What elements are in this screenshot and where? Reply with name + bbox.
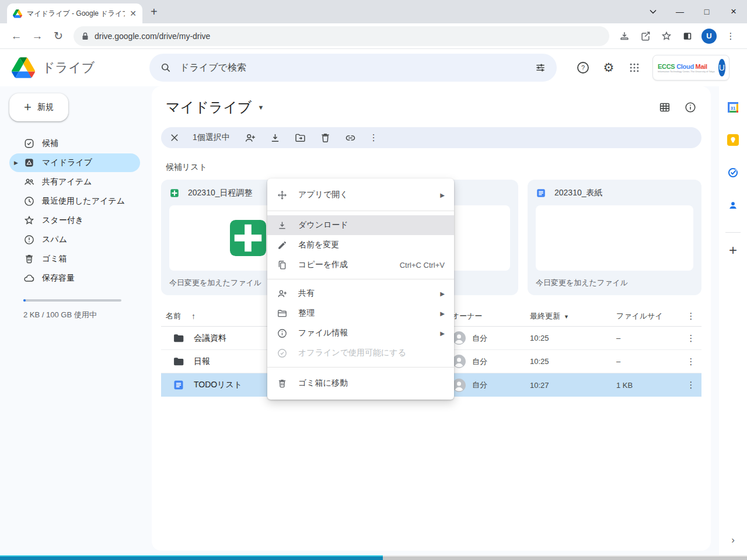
get-addons-icon[interactable]: + xyxy=(729,244,737,256)
account-avatar[interactable]: U xyxy=(718,59,725,76)
plus-icon: + xyxy=(24,100,32,115)
url-bar[interactable]: drive.google.com/drive/my-drive xyxy=(74,26,609,46)
calendar-icon[interactable]: 31 xyxy=(727,102,739,113)
get-link-icon[interactable] xyxy=(344,132,357,144)
account-badge[interactable]: ECCS Cloud Mail Information Technology C… xyxy=(652,55,729,80)
panel-divider xyxy=(725,232,741,233)
share-person-add-icon[interactable] xyxy=(244,132,256,144)
menu-item-make-copy[interactable]: コピーを作成 Ctrl+C Ctrl+V xyxy=(267,255,454,275)
chevron-down-icon[interactable]: ▼ xyxy=(257,104,264,111)
eccs-logo-text: ECCS Cloud Mail xyxy=(658,63,715,70)
menu-item-organize[interactable]: 整理 ▶ xyxy=(267,303,454,323)
browser-tab[interactable]: マイドライブ - Google ドライブ ✕ xyxy=(7,4,142,23)
back-icon[interactable]: ← xyxy=(6,26,27,47)
menu-item-share[interactable]: 共有 ▶ xyxy=(267,284,454,303)
sort-descending-icon[interactable]: ▼ xyxy=(564,314,569,320)
side-panel-icon[interactable] xyxy=(677,26,698,47)
taskbar-edge xyxy=(0,555,747,560)
keep-icon[interactable] xyxy=(727,134,739,146)
browser-toolbar: ← → ↻ drive.google.com/drive/my-drive U … xyxy=(0,23,747,49)
window-minimize-button[interactable]: — xyxy=(666,0,693,23)
owner-name: 自分 xyxy=(472,333,487,344)
expand-arrow-icon[interactable]: ▶ xyxy=(14,160,18,166)
modified-time: 10:27 xyxy=(530,381,616,390)
window-maximize-button[interactable]: □ xyxy=(693,0,720,23)
workspace-side-panel: 31 + › xyxy=(719,86,747,555)
tab-search-icon[interactable] xyxy=(640,0,666,23)
downloads-icon[interactable] xyxy=(614,26,635,47)
column-name[interactable]: 名前 xyxy=(166,311,181,321)
grid-view-icon[interactable] xyxy=(658,101,671,114)
sidebar-item-my-drive[interactable]: ▶ マイドライブ xyxy=(9,153,140,172)
forward-icon[interactable]: → xyxy=(27,26,48,47)
apps-grid-icon[interactable] xyxy=(624,58,644,78)
tab-close-icon[interactable]: ✕ xyxy=(130,9,137,18)
sort-ascending-icon[interactable]: ↑ xyxy=(191,312,196,321)
row-more-icon[interactable]: ⋮ xyxy=(680,356,701,367)
download-icon[interactable] xyxy=(269,132,281,144)
sidebar-item-spam[interactable]: スパム xyxy=(9,230,140,249)
suggested-card-doc[interactable]: 202310_表紙 今日変更を加えたファイル xyxy=(528,180,701,295)
more-actions-icon[interactable]: ⋮ xyxy=(369,132,378,143)
window-close-button[interactable]: × xyxy=(720,0,747,23)
hide-panel-chevron-icon[interactable]: › xyxy=(731,534,735,546)
tasks-icon[interactable] xyxy=(727,167,739,178)
file-size: – xyxy=(616,334,680,342)
pencil-icon xyxy=(277,240,288,251)
new-tab-button[interactable]: + xyxy=(151,6,158,18)
help-icon[interactable]: ? xyxy=(573,58,593,78)
row-more-icon[interactable]: ⋮ xyxy=(680,380,701,390)
browser-menu-icon[interactable]: ⋮ xyxy=(720,26,741,47)
sidebar-item-starred[interactable]: スター付き xyxy=(9,211,140,230)
selection-toolbar: 1個選択中 ⋮ xyxy=(161,127,701,148)
contacts-icon[interactable] xyxy=(727,200,739,211)
taskbar-edge-accent xyxy=(0,555,383,560)
column-modified[interactable]: 最終更新 xyxy=(530,312,560,320)
shortcut-label: Ctrl+C Ctrl+V xyxy=(400,261,445,270)
share-icon[interactable] xyxy=(635,26,656,47)
alert-circle-icon xyxy=(23,234,35,246)
search-input[interactable]: ドライブで検索 xyxy=(149,54,557,82)
clear-selection-icon[interactable] xyxy=(169,132,180,143)
settings-gear-icon[interactable]: ⚙ xyxy=(599,58,619,78)
drive-favicon xyxy=(13,9,22,18)
search-icon xyxy=(160,62,172,74)
sidebar-item-shared[interactable]: 共有アイテム xyxy=(9,173,140,191)
search-options-icon[interactable] xyxy=(535,62,546,74)
url-text: drive.google.com/drive/my-drive xyxy=(95,32,210,41)
svg-text:?: ? xyxy=(581,64,585,71)
eccs-subtitle: Information Technology Center, The Unive… xyxy=(658,70,715,73)
details-info-icon[interactable] xyxy=(684,101,697,114)
sidebar-item-trash[interactable]: ゴミ箱 xyxy=(9,250,140,268)
column-options-icon[interactable]: ⋮ xyxy=(680,311,701,321)
bookmark-star-icon[interactable] xyxy=(656,26,677,47)
column-size[interactable]: ファイルサイ xyxy=(616,311,680,321)
menu-item-open-with[interactable]: アプリで開く ▶ xyxy=(267,183,454,206)
menu-item-download[interactable]: ダウンロード xyxy=(267,215,454,235)
column-owner[interactable]: オーナー xyxy=(452,311,530,321)
sheets-preview-icon xyxy=(230,220,266,256)
card-preview xyxy=(536,205,693,271)
selection-count: 1個選択中 xyxy=(193,132,230,143)
drive-header: ドライブ ドライブで検索 ? ⚙ ECCS Cloud Mail Informa… xyxy=(0,49,747,86)
storage-text: 2 KB / 100 GB 使用中 xyxy=(23,310,149,320)
context-menu: アプリで開く ▶ ダウンロード 名前を変更 コピーを作成 Ctrl+C Ctrl… xyxy=(267,178,454,400)
row-more-icon[interactable]: ⋮ xyxy=(680,333,701,344)
menu-item-move-to-trash[interactable]: ゴミ箱に移動 xyxy=(267,372,454,395)
offline-check-icon xyxy=(277,348,288,359)
page-title[interactable]: マイドライブ xyxy=(166,98,252,117)
sidebar-item-storage[interactable]: 保存容量 xyxy=(9,269,140,288)
svg-text:31: 31 xyxy=(731,106,735,111)
drive-logo[interactable]: ドライブ xyxy=(0,57,149,78)
reload-icon[interactable]: ↻ xyxy=(48,26,69,47)
folder-icon xyxy=(277,308,288,319)
trash-icon[interactable] xyxy=(319,132,331,144)
menu-item-file-info[interactable]: ファイル情報 ▶ xyxy=(267,323,454,343)
sidebar-item-suggested[interactable]: 候補 xyxy=(9,134,140,153)
new-button[interactable]: + 新規 xyxy=(9,93,68,121)
move-to-folder-icon[interactable] xyxy=(294,132,306,144)
sidebar-item-recent[interactable]: 最近使用したアイテム xyxy=(9,192,140,211)
browser-profile-avatar[interactable]: U xyxy=(701,29,717,44)
folder-icon xyxy=(173,356,184,368)
menu-item-rename[interactable]: 名前を変更 xyxy=(267,235,454,255)
